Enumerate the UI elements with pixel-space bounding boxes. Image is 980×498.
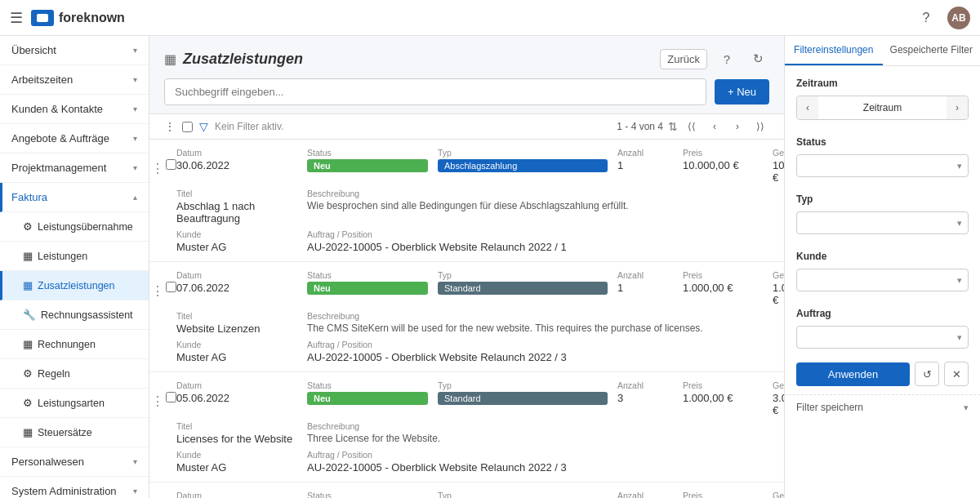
sidebar-item-regeln[interactable]: ⚙ Regeln [0,359,149,389]
filter-title-status: Status [796,136,969,148]
chevron-down-icon: ▾ [133,104,137,113]
apply-button[interactable]: Anwenden [796,362,910,386]
zeitraum-prev-button[interactable]: ‹ [797,96,818,119]
field-anzahl: Anzahl 1 [617,148,683,184]
sidebar: Übersicht ▾ Arbeitszeiten ▾ Kunden & Kon… [0,36,149,498]
search-row: + Neu [149,78,784,113]
field-value-anzahl: 1 [617,159,673,171]
search-input[interactable] [164,78,706,105]
field-label-gesamt: Gesamt [773,270,784,280]
brand-name: foreknown [59,11,125,25]
chevron-down-icon: ▾ [133,46,137,55]
field-anzahl: Anzahl 1 [617,491,683,498]
content-area: ▦ Zusatzleistungen Zurück ? ↻ + Neu ⋮ ▽ … [149,36,784,498]
refresh-button[interactable]: ↻ [746,47,769,70]
field-label-status: Status [307,491,428,498]
first-page-button[interactable]: ⟨⟨ [683,118,701,136]
field-value-beschreibung: Three License for the Website. [307,433,784,444]
sidebar-item-angebote[interactable]: Angebote & Aufträge ▾ [0,124,149,153]
row-menu-icon[interactable]: ⋮ [149,282,166,300]
auftrag-select[interactable] [796,326,969,349]
nav-right: ? AB [915,7,970,29]
type-badge: Abschlagszahlung [438,159,608,172]
row-content: Datum 30.06.2022 Status Neu Typ Abschlag… [176,148,784,253]
field-typ: Typ Standard [438,270,617,306]
kunde-select[interactable]: Muster AG [796,269,969,291]
avatar[interactable]: AB [947,7,970,29]
field-value-titel: Licenses for the Website [176,433,297,445]
sidebar-item-projektmanagement[interactable]: Projektmanagement ▾ [0,153,149,183]
field-datum: Datum 07.06.2022 [176,270,307,306]
table-row: ⋮ Datum 05.06.2022 Status Neu Typ [149,482,784,498]
new-button[interactable]: + Neu [715,79,769,104]
sidebar-item-sysadmin[interactable]: System Administration ▾ [0,477,149,498]
field-value-kunde: Muster AG [176,351,297,363]
help-button[interactable]: ? [715,47,738,70]
sidebar-item-arbeitszeiten[interactable]: Arbeitszeiten ▾ [0,65,149,95]
clear-filter-button[interactable]: ✕ [944,362,969,386]
row-checkbox[interactable] [166,159,176,170]
field-kunde: Kunde Muster AG [176,450,307,474]
field-titel: Titel Licenses for the Website [176,421,307,445]
field-label-anzahl: Anzahl [617,148,673,158]
sidebar-item-rechnungen[interactable]: ▦ Rechnungen [0,330,149,359]
filter-icon[interactable]: ▽ [199,120,208,133]
chevron-down-icon: ▾ [133,75,137,84]
field-label-titel: Titel [176,421,297,431]
filter-actions: Anwenden ↺ ✕ [785,353,980,394]
field-kunde: Kunde Muster AG [176,229,307,253]
back-button[interactable]: Zurück [660,49,707,69]
filter-section-kunde: Kunde Muster AG [785,239,980,296]
field-value-preis: 1.000,00 € [683,392,763,404]
hamburger-icon[interactable]: ☰ [10,9,23,27]
row-menu-icon[interactable]: ⋮ [149,159,166,178]
sidebar-item-leistungsubernahme[interactable]: ⚙ Leistungsübernahme [0,212,149,242]
sidebar-item-leistungsarten[interactable]: ⚙ Leistungsarten [0,389,149,418]
sidebar-item-label: Zusatzleistungen [38,280,115,291]
nav-left: ☰ foreknown [10,9,125,27]
row-checkbox[interactable] [166,392,176,402]
sidebar-item-personalwesen[interactable]: Personalwesen ▾ [0,447,149,477]
last-page-button[interactable]: ⟩⟩ [751,118,769,136]
typ-select[interactable]: Abschlagszahlung Standard [796,211,969,234]
row-menu-icon[interactable]: ⋮ [149,392,166,411]
field-label-preis: Preis [683,270,763,280]
row-actions: ⋮ [149,380,166,411]
field-label-gesamt: Gesamt [773,380,784,390]
sort-icon[interactable]: ⇅ [668,120,678,133]
pagination-text: 1 - 4 von 4 [617,121,663,132]
sidebar-item-rechnungsassistent[interactable]: 🔧 Rechnungsassistent [0,300,149,330]
sidebar-item-steuersatze[interactable]: ▦ Steuersätze [0,418,149,447]
field-gesamt: Gesamt 10.000,00 € [773,148,784,184]
prev-page-button[interactable]: ‹ [706,118,724,136]
zeitraum-next-button[interactable]: › [947,96,968,119]
sidebar-item-leistungen[interactable]: ▦ Leistungen [0,242,149,271]
field-numbers: Anzahl 3 Preis 1.000,00 € Gesamt 3.000,0… [617,380,784,416]
row-checkbox[interactable] [166,282,176,292]
page-title-row: ▦ Zusatzleistungen [164,51,303,68]
sidebar-item-kunden[interactable]: Kunden & Kontakte ▾ [0,95,149,124]
sidebar-item-faktura[interactable]: Faktura ▴ [0,183,149,212]
dots-menu-icon[interactable]: ⋮ [164,120,176,133]
tab-filtereinstellungen[interactable]: Filtereinstellungen [785,36,883,65]
reset-filter-button[interactable]: ↺ [915,362,939,386]
sidebar-item-ubersicht[interactable]: Übersicht ▾ [0,36,149,65]
grid-icon: ▦ [23,279,33,291]
field-value-anzahl: 1 [617,282,673,294]
right-panel: Filtereinstellungen Gespeicherte Filter … [784,36,980,498]
tab-gespeicherte-filter[interactable]: Gespeicherte Filter [883,36,981,65]
chevron-down-icon: ▾ [133,163,137,172]
field-value-auftrag: AU-2022-10005 - Oberblick Website Relaun… [307,351,784,363]
field-label-titel: Titel [176,311,297,321]
select-all-checkbox[interactable] [182,122,193,132]
sidebar-item-zusatzleistungen[interactable]: ▦ Zusatzleistungen [0,271,149,300]
filter-save-row[interactable]: Filter speichern ▾ [785,394,980,420]
filter-title-zeitraum: Zeitraum [796,78,969,89]
field-label-beschreibung: Beschreibung [307,421,784,431]
status-select[interactable]: Neu [796,154,969,177]
sidebar-item-label: Leistungsarten [38,398,105,409]
sidebar-item-label: Kunden & Kontakte [11,103,103,115]
next-page-button[interactable]: › [728,118,746,136]
field-status: Status Neu [307,270,438,306]
help-icon[interactable]: ? [915,7,938,29]
